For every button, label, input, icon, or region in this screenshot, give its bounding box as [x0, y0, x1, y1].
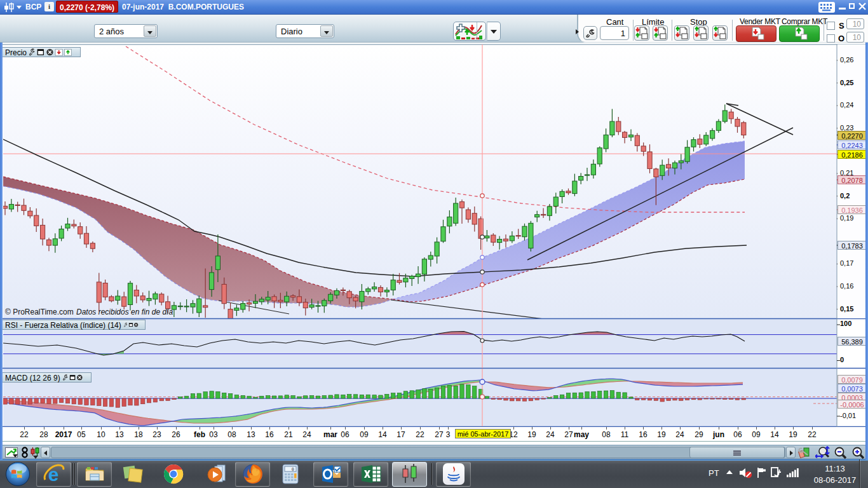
svg-text:© ProRealTime.com: © ProRealTime.com	[5, 308, 74, 316]
svg-text:0: 0	[292, 467, 294, 472]
svg-text:Datos recibidos en fin de día: Datos recibidos en fin de día	[76, 308, 173, 316]
